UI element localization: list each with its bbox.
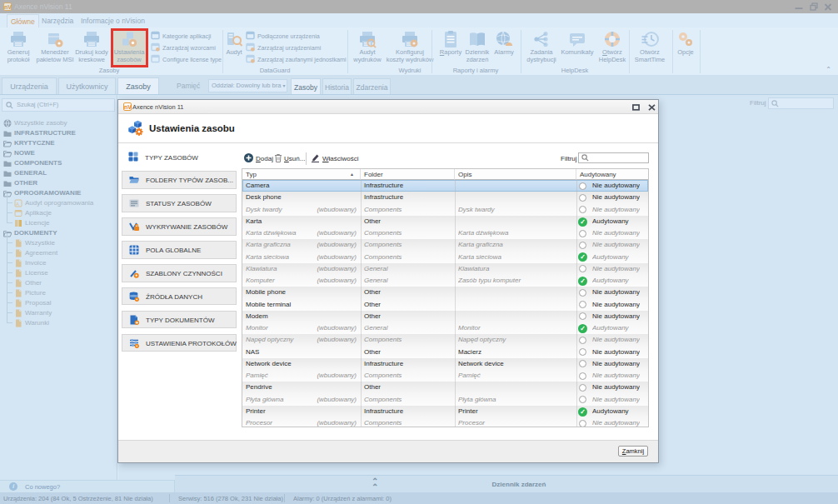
svg-text:A: A [16,202,19,207]
